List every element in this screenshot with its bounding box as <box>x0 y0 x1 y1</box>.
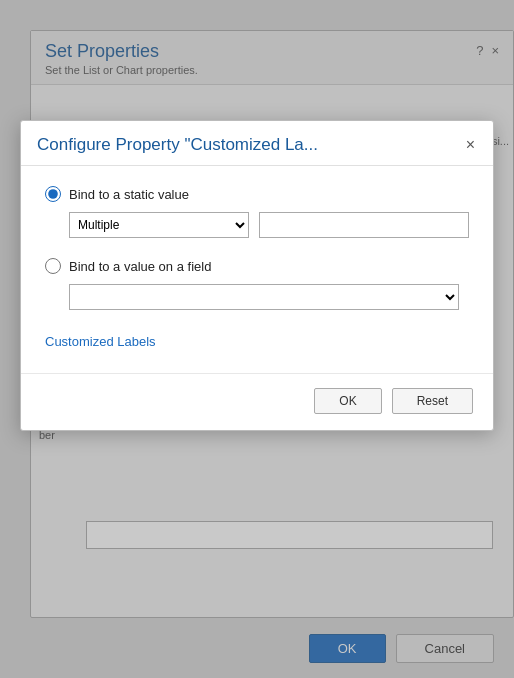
static-value-text-input[interactable] <box>259 212 469 238</box>
modal-title: Configure Property "Customized La... <box>37 135 318 155</box>
modal-reset-button[interactable]: Reset <box>392 388 473 414</box>
field-value-option-row: Bind to a value on a field <box>45 258 469 274</box>
field-value-label: Bind to a value on a field <box>69 259 211 274</box>
field-value-controls <box>69 284 469 310</box>
modal-ok-button[interactable]: OK <box>314 388 381 414</box>
modal-close-button[interactable]: × <box>464 137 477 153</box>
static-value-option-row: Bind to a static value <box>45 186 469 202</box>
static-value-controls: Multiple Single None <box>69 212 469 238</box>
static-value-dropdown[interactable]: Multiple Single None <box>69 212 249 238</box>
modal-footer: OK Reset <box>21 373 493 430</box>
static-value-label: Bind to a static value <box>69 187 189 202</box>
field-value-radio[interactable] <box>45 258 61 274</box>
modal-body: Bind to a static value Multiple Single N… <box>21 166 493 373</box>
configure-property-modal: Configure Property "Customized La... × B… <box>20 120 494 431</box>
modal-header: Configure Property "Customized La... × <box>21 121 493 166</box>
field-value-dropdown[interactable] <box>69 284 459 310</box>
customized-labels-link[interactable]: Customized Labels <box>45 334 156 349</box>
static-value-radio[interactable] <box>45 186 61 202</box>
